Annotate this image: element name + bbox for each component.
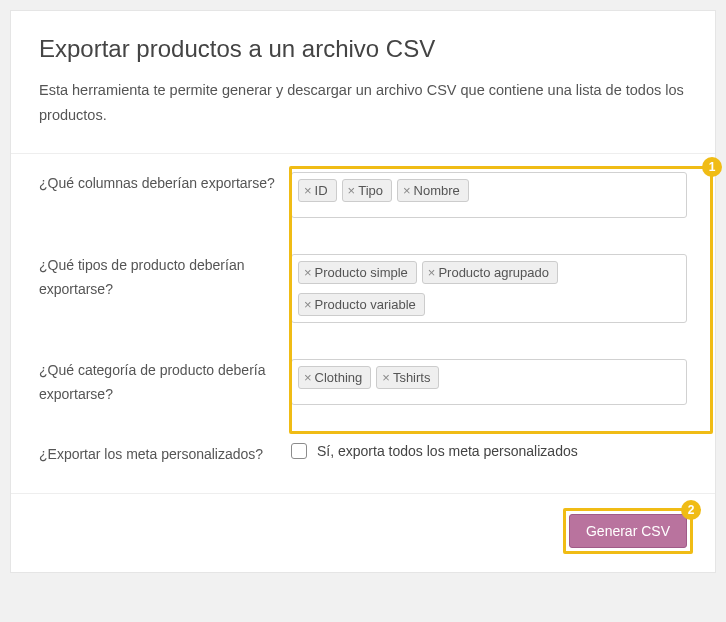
checkbox-meta[interactable] xyxy=(291,443,307,459)
label-types: ¿Qué tipos de producto deberían exportar… xyxy=(39,254,291,302)
tag-label: Producto variable xyxy=(315,297,416,312)
tag-label: Tipo xyxy=(358,183,383,198)
row-meta: ¿Exportar los meta personalizados? Sí, e… xyxy=(39,425,687,493)
tag-label: Producto agrupado xyxy=(438,265,549,280)
tag[interactable]: ×Nombre xyxy=(397,179,469,202)
remove-tag-icon[interactable]: × xyxy=(304,266,312,279)
tag[interactable]: ×Producto simple xyxy=(298,261,417,284)
tag-label: Tshirts xyxy=(393,370,431,385)
tagbox-columns[interactable]: ×ID×Tipo×Nombre xyxy=(291,172,687,218)
tag-label: ID xyxy=(315,183,328,198)
tagbox-categories[interactable]: ×Clothing×Tshirts xyxy=(291,359,687,405)
remove-tag-icon[interactable]: × xyxy=(304,371,312,384)
label-categories: ¿Qué categoría de producto debería expor… xyxy=(39,359,291,407)
form-area: 1 ¿Qué columnas deberían exportarse? ×ID… xyxy=(11,154,715,492)
tag-label: Producto simple xyxy=(315,265,408,280)
tagbox-types[interactable]: ×Producto simple×Producto agrupado×Produ… xyxy=(291,254,687,323)
annotation-marker-1: 1 xyxy=(702,157,722,177)
label-columns: ¿Qué columnas deberían exportarse? xyxy=(39,172,291,196)
row-columns: ¿Qué columnas deberían exportarse? ×ID×T… xyxy=(39,154,687,236)
remove-tag-icon[interactable]: × xyxy=(304,184,312,197)
tag[interactable]: ×Producto variable xyxy=(298,293,425,316)
label-meta: ¿Exportar los meta personalizados? xyxy=(39,443,291,467)
row-types: ¿Qué tipos de producto deberían exportar… xyxy=(39,236,687,341)
page-description: Esta herramienta te permite generar y de… xyxy=(39,78,687,127)
tag-label: Nombre xyxy=(414,183,460,198)
panel-footer: Generar CSV 2 xyxy=(11,493,715,572)
export-panel: Exportar productos a un archivo CSV Esta… xyxy=(10,10,716,573)
generate-csv-button[interactable]: Generar CSV xyxy=(569,514,687,548)
remove-tag-icon[interactable]: × xyxy=(428,266,436,279)
tag[interactable]: ×ID xyxy=(298,179,337,202)
tag[interactable]: ×Producto agrupado xyxy=(422,261,558,284)
checkbox-meta-label: Sí, exporta todos los meta personalizado… xyxy=(317,443,578,459)
remove-tag-icon[interactable]: × xyxy=(348,184,356,197)
tag[interactable]: ×Tipo xyxy=(342,179,392,202)
page-title: Exportar productos a un archivo CSV xyxy=(39,33,687,64)
tag[interactable]: ×Tshirts xyxy=(376,366,439,389)
row-categories: ¿Qué categoría de producto debería expor… xyxy=(39,341,687,425)
remove-tag-icon[interactable]: × xyxy=(382,371,390,384)
tag[interactable]: ×Clothing xyxy=(298,366,371,389)
remove-tag-icon[interactable]: × xyxy=(403,184,411,197)
remove-tag-icon[interactable]: × xyxy=(304,298,312,311)
tag-label: Clothing xyxy=(315,370,363,385)
